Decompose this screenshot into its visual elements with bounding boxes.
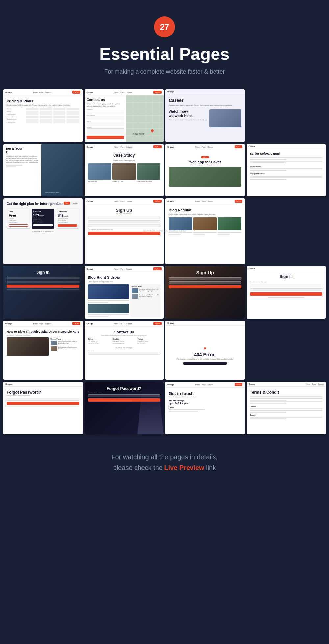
case-photo-3 [137, 163, 161, 180]
plan-free-btn[interactable] [9, 224, 28, 227]
sidebar-right: Recent Posts How do we get 500+ clients … [130, 284, 160, 317]
forgot-email [7, 398, 79, 401]
card-title: Pricing & Plans [7, 99, 79, 103]
blog-post-title: How To Blow Through Capital At An Incred… [7, 330, 79, 334]
forgot-dark-email [88, 394, 161, 397]
signin-photo-title: Sign In [7, 270, 79, 275]
senior-title: Senior Software Engi [250, 152, 323, 156]
forgot-password-dark-card[interactable]: Forgot Password? Enter your email to res… [85, 382, 164, 434]
card-nav-2: Omaga Home Page Support Try Free [85, 89, 164, 95]
form-field-name: Your name [87, 109, 124, 113]
card-nav-8: Omaga Home Page Support Try Free [165, 198, 245, 204]
error-heart-icon: ♥ [204, 346, 206, 351]
plan-free: Free Free 1 Website 1 GB Hosting Limited… [7, 209, 30, 229]
plan-enterprise-btn[interactable] [58, 224, 77, 227]
webapp-photo [169, 167, 241, 187]
blog-regular-title: Blog Regular [169, 208, 241, 212]
signin-white-email [250, 285, 323, 287]
get-in-touch-card[interactable]: Omaga Home Page Support Try Free Get in … [165, 382, 245, 434]
row-4: Sign In Omaga Home Page Support Try Free [0, 265, 329, 320]
senior-software-card[interactable]: Omaga Senior Software Engi What they say… [247, 144, 326, 196]
spacer-3 [247, 321, 326, 380]
form-field-message: Message [87, 126, 124, 134]
career-photo [209, 109, 241, 127]
career-card[interactable]: Omaga Career Create custom landing pages… [165, 89, 245, 142]
webapp-badge: COVET [201, 156, 209, 158]
spacer-1 [247, 89, 326, 142]
card-nav-14: Omaga [3, 382, 83, 387]
blog-post-card[interactable]: Omaga Home Page Support Try Free How To … [3, 321, 83, 380]
pricing-large-card[interactable]: Get the right plan for future product. S… [3, 198, 83, 264]
signin-password [7, 281, 79, 283]
row-2: ion is Yourr. Create landing pages with … [0, 143, 329, 197]
forgot-dark-btn[interactable] [88, 398, 161, 402]
card-nav-6: Omaga [247, 144, 326, 149]
blog-post-meta: Jan 14, 2020 • Technology • David Jones [7, 334, 79, 336]
blog-right-sidebar-card[interactable]: Omaga Home Page Support Try Free Blog Ri… [85, 266, 164, 319]
case-study-card[interactable]: Omaga Home Page Support Try Free Case St… [85, 144, 164, 196]
webapp-title: Web app for Covet [169, 160, 241, 164]
forgot-dark-title: Forgot Password? [88, 386, 161, 391]
web-app-card[interactable]: Omaga Home Page Support Try Free COVET W… [165, 144, 245, 196]
contact-cols-name: Your name [88, 350, 161, 355]
card-inner: Pricing & Plans Create custom landing pa… [3, 95, 83, 142]
signin-white-title: Sign In [250, 274, 323, 279]
card-nav-10: Omaga [247, 266, 326, 271]
blog-post-img [7, 337, 49, 356]
plan-premium-btn[interactable] [33, 224, 53, 226]
error-title: 404 Error! [194, 352, 216, 357]
pricing-table: Website Storage Email Accounts [7, 108, 79, 123]
case-photo-2 [112, 163, 136, 180]
blog-img-2 [193, 217, 217, 230]
contact-submit-btn[interactable] [87, 136, 124, 139]
card-nav-12: Omaga Home Page Support Try Free [85, 321, 164, 327]
check-features-link[interactable]: Check all of our features [7, 231, 79, 233]
row-6: Omaga Forgot Password? Enter your email … [0, 381, 329, 435]
signin-submit-btn[interactable] [7, 285, 79, 288]
card-nav-3: Omaga [165, 89, 245, 94]
plan-enterprise: Enterprise $49/month Unlimited Website 5… [56, 209, 79, 229]
pricing-plans-card[interactable]: Omaga Home Page Support Try Free Pricing… [3, 89, 83, 142]
contact-us-map-card[interactable]: Omaga Home Page Support Try Free Contact… [85, 89, 164, 142]
get-in-touch-title: Get in touch [169, 391, 241, 396]
signin-white-btn[interactable] [250, 292, 323, 296]
signup-photo-btn[interactable] [169, 285, 241, 288]
forgot-password-white-card[interactable]: Omaga Forgot Password? Enter your email … [3, 382, 83, 434]
card-nav: Omaga Home Page Support Try Free [3, 89, 83, 95]
signin-email [7, 277, 79, 279]
signin-white-card[interactable]: Omaga Sign In Create custom landing page… [247, 266, 326, 319]
live-preview-link[interactable]: Live Preview [164, 464, 204, 471]
career-title: Career [169, 98, 241, 103]
watermark: 早道大咖 IAMDK.TAOBAO.COM [143, 229, 186, 233]
footer-text: For watching all the pages in details, p… [7, 452, 322, 473]
card-nav-4: Omaga Home Page Support Try Free [85, 144, 164, 150]
signup-photo-field2 [169, 281, 241, 284]
forgot-submit-btn[interactable] [7, 402, 79, 405]
contact-cols-card[interactable]: Omaga Home Page Support Try Free Contact… [85, 321, 164, 380]
sidebar-second-img [88, 304, 129, 313]
case-photo-1 [88, 163, 112, 180]
card-nav-16: Omaga Home Page Support [247, 382, 326, 387]
signup-firstname [88, 217, 161, 219]
innovation-photo: Person working at laptop [41, 144, 83, 196]
innovation-card[interactable]: ion is Yourr. Create landing pages with … [3, 144, 83, 196]
badge-circle: 27 [154, 16, 175, 37]
blog-images-row [169, 217, 241, 230]
contact-cols-title: Contact us [88, 330, 161, 334]
contact-divider: or, Send us a message [88, 347, 161, 349]
signup-photo-card[interactable]: Sign Up [165, 266, 245, 319]
sidebar-main-img [88, 284, 129, 299]
error-404-card[interactable]: Omaga ♥ 404 Error! The page you are look… [165, 321, 245, 380]
signup-title: Sign Up [88, 208, 161, 213]
error-back-btn[interactable] [183, 362, 227, 365]
case-study-title: Case Study [88, 153, 161, 158]
blog-sidebar-title: Blog Right Sidebar [88, 275, 161, 279]
card-nav-15: Omaga Home Page Support Try Free [165, 382, 245, 388]
signup-photo-field1 [169, 277, 241, 280]
pricing-cols: Free Free 1 Website 1 GB Hosting Limited… [7, 209, 79, 229]
terms-card[interactable]: Omaga Home Page Support Terms & Condit L… [247, 382, 326, 434]
signin-white-pass [250, 288, 323, 291]
signin-photo-card[interactable]: Sign In [3, 266, 83, 319]
card-nav-11: Omaga Home Page Support Try Free [3, 321, 83, 327]
card-nav-5: Omaga Home Page Support Try Free [165, 144, 245, 150]
